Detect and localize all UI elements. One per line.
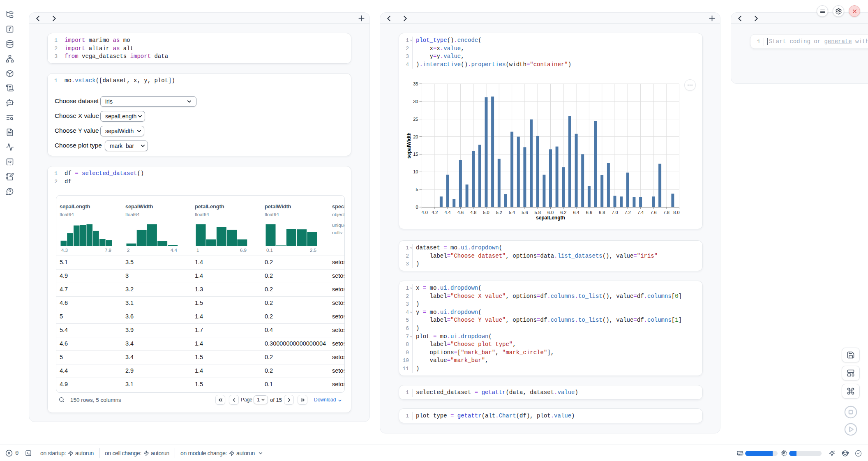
svg-text:7.2: 7.2 bbox=[625, 210, 631, 215]
svg-text:15: 15 bbox=[413, 152, 418, 157]
svg-text:30: 30 bbox=[413, 99, 418, 104]
svg-text:7.8: 7.8 bbox=[663, 210, 669, 215]
svg-text:0: 0 bbox=[416, 205, 418, 210]
svg-text:6.4: 6.4 bbox=[573, 210, 579, 215]
svg-text:25: 25 bbox=[413, 117, 418, 122]
svg-text:5.4: 5.4 bbox=[509, 210, 515, 215]
svg-text:4.0: 4.0 bbox=[422, 210, 428, 215]
svg-text:20: 20 bbox=[413, 134, 418, 139]
svg-text:5.2: 5.2 bbox=[496, 210, 502, 215]
svg-text:6.6: 6.6 bbox=[586, 210, 592, 215]
svg-text:4.4: 4.4 bbox=[444, 210, 450, 215]
svg-text:7.4: 7.4 bbox=[637, 210, 644, 215]
svg-text:8.0: 8.0 bbox=[673, 210, 679, 215]
svg-text:35: 35 bbox=[413, 81, 418, 86]
svg-text:6.0: 6.0 bbox=[547, 210, 554, 215]
svg-text:4.8: 4.8 bbox=[470, 210, 476, 215]
svg-text:10: 10 bbox=[413, 169, 418, 174]
svg-text:5.0: 5.0 bbox=[483, 210, 489, 215]
svg-text:sepalLength: sepalLength bbox=[536, 215, 565, 221]
svg-text:sepalWidth: sepalWidth bbox=[406, 132, 412, 159]
svg-text:5: 5 bbox=[416, 187, 418, 192]
svg-text:6.8: 6.8 bbox=[599, 210, 605, 215]
svg-text:6.2: 6.2 bbox=[560, 210, 566, 215]
svg-text:5.6: 5.6 bbox=[522, 210, 528, 215]
svg-text:4.6: 4.6 bbox=[457, 210, 464, 215]
svg-text:7.6: 7.6 bbox=[650, 210, 656, 215]
svg-text:4.2: 4.2 bbox=[432, 210, 438, 215]
svg-text:5.8: 5.8 bbox=[535, 210, 541, 215]
svg-text:7.0: 7.0 bbox=[612, 210, 618, 215]
